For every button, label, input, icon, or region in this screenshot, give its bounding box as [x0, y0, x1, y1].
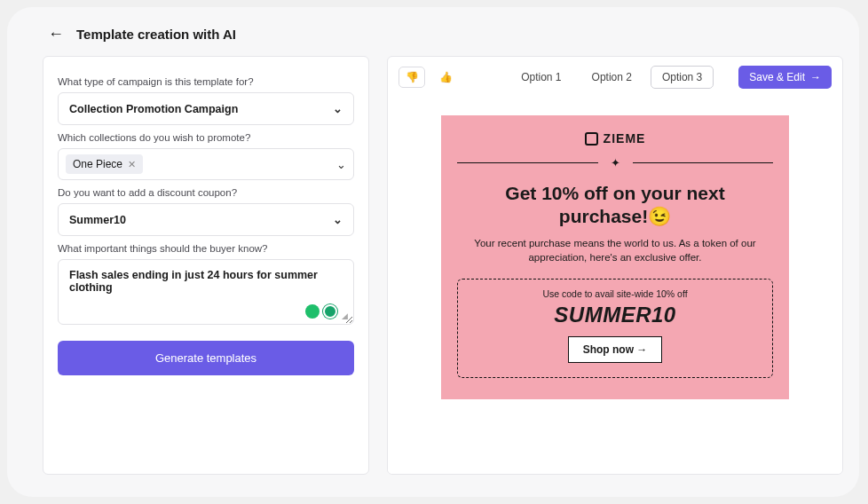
option-2-tab[interactable]: Option 2 — [580, 66, 643, 89]
campaign-type-select[interactable]: Collection Promotion Campaign ⌄ — [58, 92, 354, 125]
notes-value: Flash sales ending in just 24 hours for … — [69, 269, 343, 294]
notes-label: What important things should the buyer k… — [58, 243, 354, 254]
back-arrow-icon[interactable]: ← — [48, 25, 64, 43]
close-icon[interactable]: ✕ — [128, 159, 136, 170]
grammar-icon[interactable] — [323, 304, 337, 319]
option-1-tab[interactable]: Option 1 — [509, 66, 572, 89]
brand-logo-icon — [585, 132, 598, 146]
thumbs-up-button[interactable]: 👍 — [432, 67, 459, 88]
generate-button[interactable]: Generate templates — [58, 341, 354, 375]
collection-tag-label: One Piece — [73, 158, 122, 170]
collections-label: Which collections do you wish to promote… — [58, 132, 354, 143]
preview-toolbar: 👎 👍 Option 1 Option 2 Option 3 Save & Ed… — [388, 57, 842, 98]
brand-name: ZIEME — [604, 131, 646, 146]
brand-row: ZIEME — [457, 131, 773, 146]
coupon-box: Use code to avail site-wide 10% off SUMM… — [457, 279, 773, 378]
divider: ✦ — [457, 156, 773, 169]
email-card: ZIEME ✦ Get 10% off on your next purchas… — [441, 115, 789, 399]
email-headline: Get 10% off on your next purchase!😉 — [464, 182, 766, 229]
page-title: Template creation with AI — [76, 27, 236, 42]
columns: What type of campaign is this template f… — [23, 56, 843, 475]
chevron-down-icon: ⌄ — [336, 158, 346, 171]
form-panel: What type of campaign is this template f… — [43, 56, 369, 475]
arrow-right-icon: → — [810, 71, 821, 83]
coupon-value: Summer10 — [69, 214, 126, 226]
page-header: ← Template creation with AI — [23, 25, 843, 43]
resize-handle-icon: ◢ — [342, 311, 348, 320]
collection-tag: One Piece ✕ — [66, 154, 143, 174]
coupon-code: SUMMER10 — [467, 303, 763, 327]
campaign-type-label: What type of campaign is this template f… — [58, 76, 354, 87]
collections-select[interactable]: One Piece ✕ ⌄ — [58, 148, 354, 180]
assist-icons — [305, 304, 337, 319]
chevron-down-icon: ⌄ — [333, 213, 343, 226]
preview-panel: 👎 👍 Option 1 Option 2 Option 3 Save & Ed… — [387, 56, 843, 475]
shop-now-button[interactable]: Shop now → — [568, 336, 663, 363]
coupon-label: Do you want to add a discount coupon? — [58, 187, 354, 198]
coupon-select[interactable]: Summer10 ⌄ — [58, 203, 354, 236]
email-subtext: Your recent purchase means the world to … — [457, 236, 773, 264]
option-3-tab[interactable]: Option 3 — [651, 66, 714, 89]
suggestion-icon[interactable] — [305, 304, 320, 319]
wink-emoji-icon: 😉 — [648, 206, 671, 226]
save-edit-button[interactable]: Save & Edit → — [738, 66, 832, 89]
campaign-type-value: Collection Promotion Campaign — [69, 103, 238, 115]
sparkle-icon: ✦ — [611, 156, 620, 169]
coupon-instruction: Use code to avail site-wide 10% off — [467, 288, 763, 299]
notes-textarea[interactable]: Flash sales ending in just 24 hours for … — [58, 259, 354, 325]
preview-body[interactable]: ZIEME ✦ Get 10% off on your next purchas… — [388, 98, 842, 474]
save-label: Save & Edit — [749, 71, 805, 83]
page-container: ← Template creation with AI What type of… — [7, 7, 859, 497]
chevron-down-icon: ⌄ — [333, 102, 343, 115]
thumbs-down-button[interactable]: 👎 — [398, 67, 425, 88]
